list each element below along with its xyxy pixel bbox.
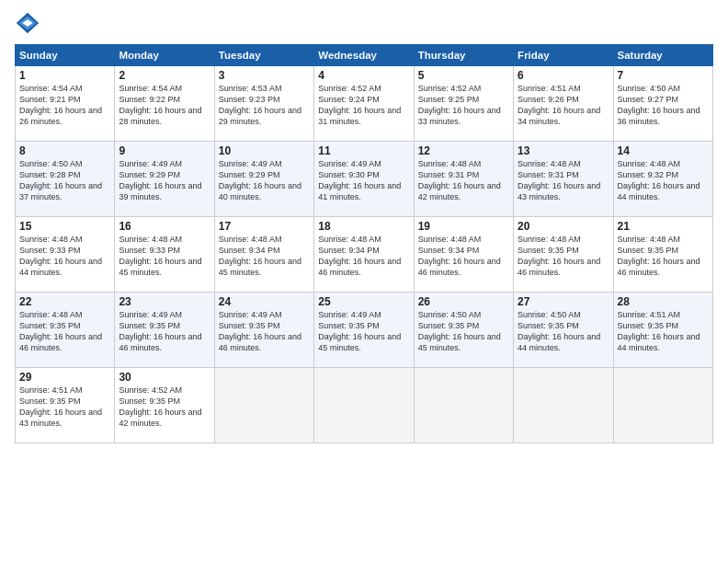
calendar-cell: 9 Sunrise: 4:49 AM Sunset: 9:29 PM Dayli… — [115, 142, 214, 217]
day-number: 20 — [518, 220, 609, 233]
calendar-cell — [214, 368, 313, 443]
day-info: Sunrise: 4:48 AM Sunset: 9:34 PM Dayligh… — [418, 234, 509, 279]
calendar-table: SundayMondayTuesdayWednesdayThursdayFrid… — [15, 44, 713, 443]
calendar-cell: 24 Sunrise: 4:49 AM Sunset: 9:35 PM Dayl… — [214, 293, 313, 368]
calendar-cell: 2 Sunrise: 4:54 AM Sunset: 9:22 PM Dayli… — [115, 66, 214, 142]
day-number: 4 — [318, 69, 409, 82]
col-header-thursday: Thursday — [414, 45, 513, 66]
calendar-cell: 5 Sunrise: 4:52 AM Sunset: 9:25 PM Dayli… — [414, 66, 513, 142]
day-number: 5 — [418, 69, 509, 82]
col-header-wednesday: Wednesday — [314, 45, 414, 66]
day-info: Sunrise: 4:49 AM Sunset: 9:35 PM Dayligh… — [318, 309, 409, 354]
day-info: Sunrise: 4:48 AM Sunset: 9:33 PM Dayligh… — [19, 234, 110, 279]
logo — [15, 11, 44, 37]
day-number: 23 — [119, 295, 210, 308]
calendar-cell: 30 Sunrise: 4:52 AM Sunset: 9:35 PM Dayl… — [115, 368, 214, 443]
calendar-cell: 11 Sunrise: 4:49 AM Sunset: 9:30 PM Dayl… — [314, 142, 414, 217]
day-info: Sunrise: 4:48 AM Sunset: 9:31 PM Dayligh… — [518, 158, 609, 203]
day-info: Sunrise: 4:50 AM Sunset: 9:28 PM Dayligh… — [19, 158, 110, 203]
calendar-cell: 26 Sunrise: 4:50 AM Sunset: 9:35 PM Dayl… — [414, 293, 513, 368]
day-info: Sunrise: 4:50 AM Sunset: 9:27 PM Dayligh… — [618, 83, 709, 128]
calendar-cell: 6 Sunrise: 4:51 AM Sunset: 9:26 PM Dayli… — [514, 66, 613, 142]
day-info: Sunrise: 4:49 AM Sunset: 9:30 PM Dayligh… — [318, 158, 409, 203]
col-header-saturday: Saturday — [613, 45, 712, 66]
day-number: 24 — [219, 295, 310, 308]
calendar-cell — [314, 368, 414, 443]
day-info: Sunrise: 4:48 AM Sunset: 9:34 PM Dayligh… — [318, 234, 409, 279]
col-header-monday: Monday — [115, 45, 214, 66]
calendar-cell: 4 Sunrise: 4:52 AM Sunset: 9:24 PM Dayli… — [314, 66, 414, 142]
day-info: Sunrise: 4:48 AM Sunset: 9:35 PM Dayligh… — [518, 234, 609, 279]
day-info: Sunrise: 4:49 AM Sunset: 9:35 PM Dayligh… — [119, 309, 210, 354]
calendar-cell: 28 Sunrise: 4:51 AM Sunset: 9:35 PM Dayl… — [613, 293, 712, 368]
calendar-cell: 21 Sunrise: 4:48 AM Sunset: 9:35 PM Dayl… — [613, 217, 712, 293]
col-header-friday: Friday — [514, 45, 613, 66]
calendar-cell: 8 Sunrise: 4:50 AM Sunset: 9:28 PM Dayli… — [16, 142, 115, 217]
day-info: Sunrise: 4:48 AM Sunset: 9:32 PM Dayligh… — [618, 158, 709, 203]
day-info: Sunrise: 4:49 AM Sunset: 9:35 PM Dayligh… — [219, 309, 310, 354]
day-info: Sunrise: 4:49 AM Sunset: 9:29 PM Dayligh… — [119, 158, 210, 203]
calendar-cell — [514, 368, 613, 443]
calendar-cell: 18 Sunrise: 4:48 AM Sunset: 9:34 PM Dayl… — [314, 217, 414, 293]
day-info: Sunrise: 4:52 AM Sunset: 9:35 PM Dayligh… — [119, 385, 210, 430]
col-header-sunday: Sunday — [16, 45, 115, 66]
day-info: Sunrise: 4:52 AM Sunset: 9:25 PM Dayligh… — [418, 83, 509, 128]
day-number: 18 — [318, 220, 409, 233]
day-info: Sunrise: 4:48 AM Sunset: 9:33 PM Dayligh… — [119, 234, 210, 279]
calendar-cell: 29 Sunrise: 4:51 AM Sunset: 9:35 PM Dayl… — [16, 368, 115, 443]
calendar-cell: 17 Sunrise: 4:48 AM Sunset: 9:34 PM Dayl… — [214, 217, 313, 293]
calendar-cell: 1 Sunrise: 4:54 AM Sunset: 9:21 PM Dayli… — [16, 66, 115, 142]
calendar-week-2: 8 Sunrise: 4:50 AM Sunset: 9:28 PM Dayli… — [16, 142, 713, 217]
day-info: Sunrise: 4:51 AM Sunset: 9:26 PM Dayligh… — [518, 83, 609, 128]
calendar-cell: 19 Sunrise: 4:48 AM Sunset: 9:34 PM Dayl… — [414, 217, 513, 293]
day-number: 27 — [518, 295, 609, 308]
calendar-week-1: 1 Sunrise: 4:54 AM Sunset: 9:21 PM Dayli… — [16, 66, 713, 142]
day-number: 26 — [418, 295, 509, 308]
day-number: 7 — [618, 69, 709, 82]
day-number: 9 — [119, 144, 210, 157]
day-number: 30 — [119, 371, 210, 384]
day-info: Sunrise: 4:51 AM Sunset: 9:35 PM Dayligh… — [618, 309, 709, 354]
calendar-cell: 7 Sunrise: 4:50 AM Sunset: 9:27 PM Dayli… — [613, 66, 712, 142]
day-info: Sunrise: 4:54 AM Sunset: 9:21 PM Dayligh… — [19, 83, 110, 128]
calendar-cell: 14 Sunrise: 4:48 AM Sunset: 9:32 PM Dayl… — [613, 142, 712, 217]
calendar-week-4: 22 Sunrise: 4:48 AM Sunset: 9:35 PM Dayl… — [16, 293, 713, 368]
calendar-cell: 10 Sunrise: 4:49 AM Sunset: 9:29 PM Dayl… — [214, 142, 313, 217]
calendar-cell: 3 Sunrise: 4:53 AM Sunset: 9:23 PM Dayli… — [214, 66, 313, 142]
day-info: Sunrise: 4:48 AM Sunset: 9:35 PM Dayligh… — [19, 309, 110, 354]
day-number: 8 — [19, 144, 110, 157]
page: SundayMondayTuesdayWednesdayThursdayFrid… — [0, 0, 728, 563]
calendar-week-3: 15 Sunrise: 4:48 AM Sunset: 9:33 PM Dayl… — [16, 217, 713, 293]
day-number: 16 — [119, 220, 210, 233]
calendar-cell — [414, 368, 513, 443]
calendar-cell: 16 Sunrise: 4:48 AM Sunset: 9:33 PM Dayl… — [115, 217, 214, 293]
day-info: Sunrise: 4:48 AM Sunset: 9:35 PM Dayligh… — [618, 234, 709, 279]
day-number: 12 — [418, 144, 509, 157]
header — [15, 11, 713, 37]
day-number: 22 — [19, 295, 110, 308]
day-number: 25 — [318, 295, 409, 308]
calendar-cell: 23 Sunrise: 4:49 AM Sunset: 9:35 PM Dayl… — [115, 293, 214, 368]
day-info: Sunrise: 4:50 AM Sunset: 9:35 PM Dayligh… — [418, 309, 509, 354]
day-info: Sunrise: 4:48 AM Sunset: 9:31 PM Dayligh… — [418, 158, 509, 203]
calendar-cell: 27 Sunrise: 4:50 AM Sunset: 9:35 PM Dayl… — [514, 293, 613, 368]
col-header-tuesday: Tuesday — [214, 45, 313, 66]
day-info: Sunrise: 4:51 AM Sunset: 9:35 PM Dayligh… — [19, 385, 110, 430]
day-number: 29 — [19, 371, 110, 384]
day-number: 15 — [19, 220, 110, 233]
day-number: 10 — [219, 144, 310, 157]
day-info: Sunrise: 4:49 AM Sunset: 9:29 PM Dayligh… — [219, 158, 310, 203]
day-info: Sunrise: 4:53 AM Sunset: 9:23 PM Dayligh… — [219, 83, 310, 128]
day-number: 28 — [618, 295, 709, 308]
calendar-cell: 12 Sunrise: 4:48 AM Sunset: 9:31 PM Dayl… — [414, 142, 513, 217]
day-number: 21 — [618, 220, 709, 233]
calendar-cell: 22 Sunrise: 4:48 AM Sunset: 9:35 PM Dayl… — [16, 293, 115, 368]
day-number: 14 — [618, 144, 709, 157]
day-number: 11 — [318, 144, 409, 157]
day-number: 13 — [518, 144, 609, 157]
day-number: 2 — [119, 69, 210, 82]
day-number: 3 — [219, 69, 310, 82]
calendar-header-row: SundayMondayTuesdayWednesdayThursdayFrid… — [16, 45, 713, 66]
calendar-week-5: 29 Sunrise: 4:51 AM Sunset: 9:35 PM Dayl… — [16, 368, 713, 443]
calendar-cell: 25 Sunrise: 4:49 AM Sunset: 9:35 PM Dayl… — [314, 293, 414, 368]
